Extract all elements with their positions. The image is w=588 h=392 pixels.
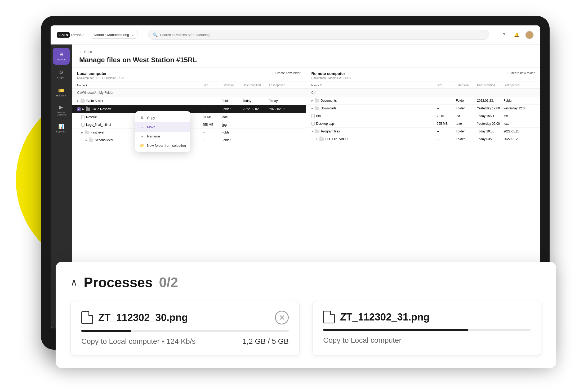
chevron-up-icon[interactable]: ∧: [70, 277, 77, 288]
process-name-row: ZT_112302_31.png: [323, 311, 430, 323]
expand-arrow-icon: ▶: [81, 131, 83, 134]
col-name-remote[interactable]: Name ▾: [311, 83, 437, 87]
process-item: ZT_112302_30.png ✕ Copy to Local compute…: [70, 301, 300, 355]
ext-cell: .txt: [456, 114, 477, 118]
size-cell: 255 MB: [437, 122, 456, 126]
ext-cell: Folder: [222, 131, 243, 134]
context-menu-new-folder[interactable]: 📁 New folder from selection: [135, 141, 190, 150]
copy-label: Copy: [147, 116, 155, 120]
file-name-cell: ▼ HD_112_ABCD...: [316, 137, 437, 141]
help-button[interactable]: ?: [500, 31, 508, 39]
remote-pane-title: Remote computer: [311, 71, 351, 76]
expand-arrow-icon: ▼: [311, 130, 314, 133]
remote-create-folder-button[interactable]: + Create new folder: [506, 71, 535, 75]
table-row[interactable]: ▼ Program files -- Folder Today 10:55 20…: [306, 128, 540, 135]
table-row[interactable]: Desktop app 255 MB .exe Yesterday 02:00 …: [306, 120, 540, 128]
table-row[interactable]: ▶ Documents -- Folder 2022.01.23. Folder: [306, 97, 540, 105]
file-name-cell: Desktop app: [311, 122, 437, 126]
folder-icon: [315, 107, 319, 110]
folder-icon: [86, 108, 90, 111]
process-item-header: ZT_112302_31.png: [323, 311, 531, 323]
ext-cell: Folder: [222, 138, 243, 142]
sidebar-item-helpdesk[interactable]: 🎫 Helpdesk: [53, 84, 70, 101]
col-size-local: Size: [203, 83, 222, 87]
sidebar-item-devices[interactable]: 🖥 Devices: [53, 48, 70, 65]
folder-icon: [315, 99, 319, 103]
process-subtitle: Copy to Local computer • 124 Kb/s: [81, 337, 196, 346]
process-item-header: ZT_112302_30.png ✕: [81, 311, 289, 324]
helpdesk-icon: 🎫: [58, 87, 64, 93]
process-file-icon: [81, 311, 93, 324]
date-cell: Today: [243, 99, 269, 103]
bell-icon[interactable]: 🔔: [513, 31, 521, 39]
search-input[interactable]: [160, 33, 485, 37]
file-name-cell: ✓ ▶ GoTo Resolve: [77, 107, 203, 111]
sort-icon: ▾: [86, 83, 87, 87]
checkbox[interactable]: ✓: [77, 107, 81, 111]
sidebar-item-support[interactable]: ⚙ Support: [53, 66, 70, 83]
context-menu-move[interactable]: → Move: [135, 122, 190, 132]
folder-icon: [85, 131, 89, 134]
ext-cell: Folder: [456, 137, 477, 141]
process-subtitle: Copy to Local computer: [323, 336, 402, 345]
more-options-button[interactable]: ⋮: [293, 99, 301, 103]
table-row[interactable]: ▶ Downloads -- Folder Yesterday 12:00 Ye…: [306, 105, 540, 112]
local-pane-title: Local computer: [77, 71, 124, 76]
local-create-folder-button[interactable]: + Create new folder: [272, 71, 301, 75]
process-file-icon: [323, 311, 335, 323]
sidebar-item-reporting[interactable]: 📊 Reporting: [53, 120, 70, 137]
remote-col-headers: Name ▾ Size Extension Date modified Last…: [306, 82, 540, 89]
expand-arrow-icon: ▶: [77, 100, 79, 102]
file-icon: [81, 115, 84, 119]
processes-card: ∧ Processes 0/2 ZT_112302_30.png ✕ Copy: [56, 262, 556, 368]
sidebar-label-devices: Devices: [57, 58, 65, 61]
sidebar-label-support: Support: [57, 76, 65, 79]
process-size: 1,2 GB / 5 GB: [243, 337, 289, 346]
chevron-down-icon: ⌄: [131, 33, 134, 37]
sidebar-label-helpdesk: Helpdesk: [56, 94, 66, 97]
table-row[interactable]: ▶ GoTo Assist -- Folder Today Today: [72, 97, 306, 105]
back-button[interactable]: ← Back: [79, 50, 533, 54]
process-filename: ZT_112302_30.png: [98, 312, 188, 323]
context-menu-copy[interactable]: ⧉ Copy: [135, 113, 190, 122]
context-menu-rename[interactable]: ✏ Rename: [135, 132, 190, 141]
process-filename: ZT_112302_31.png: [340, 311, 430, 323]
local-pane-header: Local computer MyComputer - DELL Precisi…: [72, 68, 306, 82]
col-more-local: ⋮: [293, 83, 301, 87]
col-name-local[interactable]: Name ▾: [77, 83, 203, 87]
ext-cell: Folder: [222, 99, 243, 103]
folder-icon: [319, 137, 324, 141]
ext-cell: Folder: [456, 106, 477, 110]
table-row[interactable]: Bin 23 KB .txt Today 15:21 .txt: [306, 112, 540, 120]
progress-bar-container: [81, 330, 289, 332]
date-cell: Yesterday 12:00: [477, 106, 504, 110]
date-cell: 2022.02.02: [243, 107, 269, 111]
date-cell: Today 03:23: [477, 137, 504, 141]
search-icon: 🔍: [153, 32, 158, 37]
table-row[interactable]: ▼ HD_112_ABCD... -- Folder Today 03:23 2…: [306, 135, 540, 143]
org-selector[interactable]: Martin's Manufacturing ⌄: [91, 31, 137, 39]
cancel-button[interactable]: ✕: [275, 311, 289, 324]
goto-logo-box: GoTo: [57, 32, 70, 38]
size-cell: --: [203, 107, 222, 111]
plus-icon: +: [506, 71, 508, 75]
file-name-cell: ▶ Documents: [311, 99, 437, 103]
remote-exec-icon: ▶: [59, 104, 63, 110]
copy-icon: ⧉: [140, 115, 144, 120]
sidebar-label-reporting: Reporting: [56, 130, 66, 133]
expand-arrow-icon: ▶: [82, 108, 84, 110]
process-name-row: ZT_112302_30.png: [81, 311, 188, 324]
sidebar-item-remote-execution[interactable]: ▶ Remote Execution: [53, 102, 70, 119]
size-cell: 23 KB: [203, 115, 222, 119]
rename-icon: ✏: [140, 134, 144, 138]
folder-icon: [315, 130, 319, 133]
progress-bar-fill: [81, 330, 131, 332]
create-folder-label: Create new folder: [275, 71, 301, 75]
devices-icon: 🖥: [59, 52, 64, 57]
more-options-button[interactable]: ⋯: [293, 107, 301, 111]
avatar[interactable]: [525, 31, 534, 39]
ext-cell: .jpg: [222, 123, 243, 127]
search-bar[interactable]: 🔍: [148, 30, 489, 40]
expand-arrow-icon: ▼: [316, 138, 318, 140]
local-col-headers: Name ▾ Size Extension Date modified Last…: [72, 82, 306, 89]
